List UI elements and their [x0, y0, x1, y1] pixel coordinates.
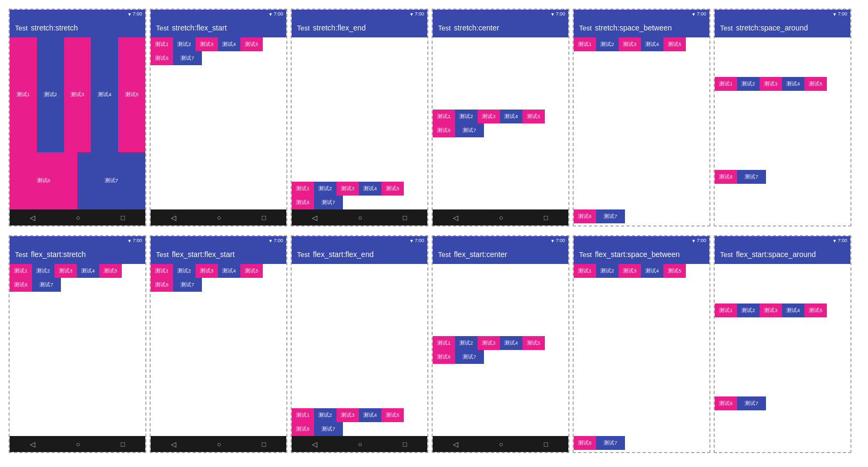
chip-item: 测试1: [151, 37, 173, 51]
wifi-icon: ▾: [692, 238, 695, 244]
nav-bar[interactable]: ◁○□: [151, 209, 286, 225]
chip-item: 测试4: [218, 37, 240, 51]
chip-item: 测试4: [500, 336, 522, 350]
phone-title: flex_start:center: [454, 250, 507, 259]
chip-item: 测试6: [10, 278, 32, 292]
chip-item: 测试5: [663, 264, 686, 278]
time-display: 7:00: [273, 11, 283, 17]
nav-bar[interactable]: ◁○□: [292, 436, 427, 452]
row-2: 测试6测试7: [574, 209, 709, 223]
app-bar: Testflex_start:flex_start: [151, 245, 286, 264]
recent-button[interactable]: □: [262, 214, 266, 222]
nav-bar[interactable]: ◁○□: [433, 209, 568, 225]
wifi-icon: ▾: [410, 238, 413, 244]
nav-bar[interactable]: ◁○□: [292, 209, 427, 225]
app-bar: Testflex_start:flex_end: [292, 245, 427, 264]
test-label: Test: [15, 251, 28, 259]
row-2: 测试6测试7: [10, 278, 145, 292]
recent-button[interactable]: □: [121, 214, 125, 222]
recent-button[interactable]: □: [544, 440, 548, 448]
chip-item: 测试5: [240, 37, 263, 51]
nav-bar[interactable]: ◁○□: [10, 436, 145, 452]
back-button[interactable]: ◁: [30, 440, 35, 448]
app-bar: Testflex_start:stretch: [10, 245, 145, 264]
chip-item: 测试7: [32, 278, 61, 292]
chip-item: 测试4: [641, 264, 663, 278]
app-bar: Teststretch:center: [433, 18, 568, 37]
phone-p5: ▾ 7:00 Teststretch:space_between测试1测试2测试…: [573, 9, 710, 227]
back-button[interactable]: ◁: [312, 214, 317, 222]
row-2: 测试6测试7: [292, 196, 427, 209]
back-button[interactable]: ◁: [171, 214, 176, 222]
recent-button[interactable]: □: [403, 440, 407, 448]
phone-p9: ▾ 7:00 Testflex_start:flex_end测试1测试2测试3测…: [291, 235, 428, 453]
wifi-icon: ▾: [269, 11, 272, 17]
nav-bar[interactable]: ◁○□: [151, 436, 286, 452]
home-button[interactable]: ○: [217, 214, 221, 222]
wifi-icon: ▾: [551, 11, 554, 17]
recent-button[interactable]: □: [121, 440, 125, 448]
home-button[interactable]: ○: [358, 440, 362, 448]
phone-title: stretch:space_around: [736, 24, 808, 32]
recent-button[interactable]: □: [544, 214, 548, 222]
home-button[interactable]: ○: [499, 440, 503, 448]
recent-button[interactable]: □: [262, 440, 266, 448]
time-display: 7:00: [556, 11, 565, 17]
back-button[interactable]: ◁: [453, 440, 458, 448]
row-2: 测试6测试7: [433, 350, 568, 364]
phone-p4: ▾ 7:00 Teststretch:center测试1测试2测试3测试4测试5…: [432, 9, 569, 227]
test-label: Test: [156, 251, 169, 259]
home-button[interactable]: ○: [76, 214, 80, 222]
back-button[interactable]: ◁: [171, 440, 176, 448]
content-zone: 测试1测试2测试3测试4测试5测试6测试7: [574, 37, 709, 223]
chip-item: 测试4: [91, 37, 118, 152]
chip-item: 测试4: [782, 303, 804, 317]
app-bar: Teststretch:flex_start: [151, 18, 286, 37]
back-button[interactable]: ◁: [30, 214, 35, 222]
app-bar: Teststretch:space_between: [574, 18, 709, 37]
chip-item: 测试5: [663, 37, 686, 51]
status-bar: ▾ 7:00: [10, 236, 145, 245]
time-display: 7:00: [415, 238, 424, 243]
time-display: 7:00: [697, 11, 706, 17]
phone-title: flex_start:space_around: [736, 250, 816, 259]
row-1: 测试1测试2测试3测试4测试5: [715, 77, 850, 91]
back-button[interactable]: ◁: [453, 214, 458, 222]
chip-item: 测试2: [455, 336, 478, 350]
nav-bar[interactable]: ◁○□: [433, 436, 568, 452]
chip-item: 测试7: [455, 123, 484, 137]
flex-layout: 测试1测试2测试3测试4测试5测试6测试7: [10, 37, 145, 209]
time-display: 7:00: [132, 238, 142, 243]
row-2: 测试6测试7: [151, 51, 286, 65]
row-2: 测试6测试7: [10, 152, 145, 209]
home-button[interactable]: ○: [358, 214, 362, 222]
chip-item: 测试2: [596, 37, 619, 51]
chip-item: 测试1: [574, 264, 596, 278]
home-button[interactable]: ○: [76, 440, 80, 448]
nav-bar[interactable]: ◁○□: [10, 209, 145, 225]
test-label: Test: [438, 251, 451, 259]
home-button[interactable]: ○: [499, 214, 503, 222]
time-display: 7:00: [838, 238, 847, 243]
test-label: Test: [720, 251, 733, 259]
chip-item: 测试2: [32, 264, 54, 278]
recent-button[interactable]: □: [403, 214, 407, 222]
status-bar: ▾ 7:00: [10, 10, 145, 18]
phone-p7: ▾ 7:00 Testflex_start:stretch测试1测试2测试3测试…: [9, 235, 146, 453]
chip-item: 测试5: [118, 37, 145, 152]
phone-title: stretch:stretch: [31, 24, 78, 32]
chip-item: 测试7: [314, 422, 343, 436]
time-display: 7:00: [838, 11, 847, 17]
wifi-icon: ▾: [128, 11, 131, 17]
wifi-icon: ▾: [551, 238, 554, 244]
row-1: 测试1测试2测试3测试4测试5: [574, 37, 709, 51]
phone-title: flex_start:flex_end: [313, 250, 374, 259]
chip-item: 测试3: [619, 264, 641, 278]
back-button[interactable]: ◁: [312, 440, 317, 448]
home-button[interactable]: ○: [217, 440, 221, 448]
chip-item: 测试6: [292, 422, 314, 436]
phone-title: flex_start:space_between: [595, 250, 680, 259]
content-zone: 测试1测试2测试3测试4测试5测试6测试7: [151, 37, 286, 209]
chip-item: 测试6: [10, 152, 77, 209]
test-label: Test: [15, 24, 28, 32]
